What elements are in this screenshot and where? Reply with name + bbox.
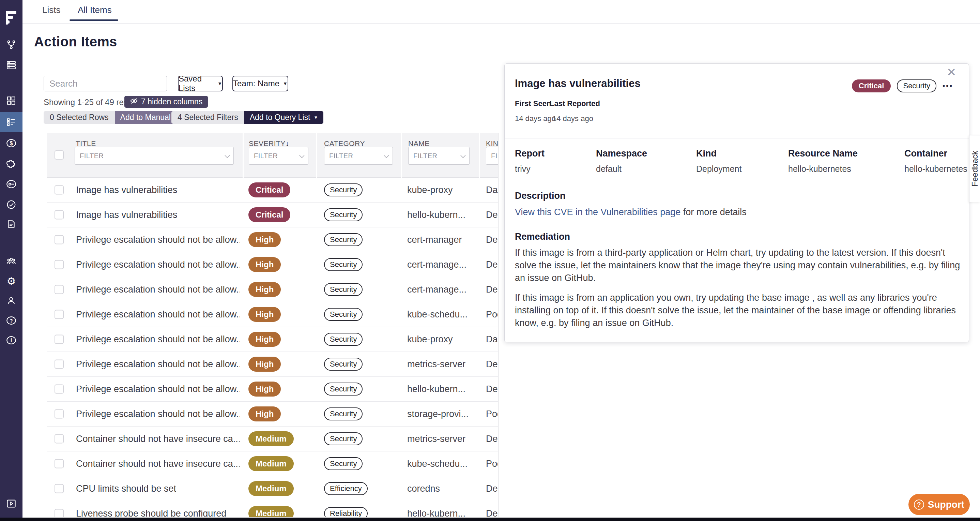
table-row[interactable]: Container should not have insecure ca...…	[47, 427, 498, 451]
help-icon: ?	[6, 315, 16, 326]
key-icon	[6, 179, 16, 189]
severity-badge: High	[248, 232, 281, 247]
team-dropdown[interactable]: Team: Name ▼	[232, 76, 288, 91]
sidebar-item-teams[interactable]	[0, 251, 22, 271]
last-reported-value: 14 days ago	[552, 114, 593, 123]
severity-badge: Medium	[248, 431, 294, 446]
sidebar-item-settings[interactable]: ⚙	[0, 271, 22, 291]
sidebar-item-action-items[interactable]	[0, 112, 22, 132]
table-row[interactable]: Privilege escalation should not be allow…	[47, 377, 498, 402]
row-name: cert-manage...	[407, 260, 466, 270]
table-row[interactable]: Privilege escalation should not be allow…	[47, 302, 498, 327]
table-row[interactable]: Privilege escalation should not be allow…	[47, 228, 498, 252]
chevron-down-icon	[384, 153, 389, 158]
table-row[interactable]: Privilege escalation should not be allow…	[47, 252, 498, 277]
table-row[interactable]: Privilege escalation should not be allow…	[47, 402, 498, 427]
remediation-paragraph-2: If this image is from an application you…	[515, 292, 964, 329]
row-kind: Deployment	[486, 483, 498, 494]
sidebar-item-about[interactable]: i	[0, 330, 22, 350]
severity-filter-select[interactable]: FILTER	[249, 147, 309, 165]
sidebar-item-dashboard[interactable]	[0, 91, 22, 110]
row-checkbox[interactable]	[54, 210, 64, 220]
sidebar-item-costs[interactable]: $	[0, 133, 22, 153]
selected-filters-group: 4 Selected Filters Add to Query List ▼	[172, 111, 323, 124]
row-checkbox[interactable]	[54, 459, 64, 468]
name-filter-select[interactable]: FILTER	[408, 147, 469, 165]
column-header-category[interactable]: CATEGORY	[324, 139, 365, 148]
cve-link[interactable]: View this CVE in the Vulnerabilities pag…	[515, 207, 681, 217]
selected-filters-count: 4 Selected Filters	[172, 111, 244, 124]
caret-down-icon: ▼	[217, 81, 222, 86]
sidebar-item-profile[interactable]	[0, 291, 22, 311]
overflow-menu-icon[interactable]: •••	[942, 82, 953, 90]
row-title: Privilege escalation should not be allow…	[76, 384, 240, 395]
info-icon: i	[6, 335, 16, 346]
sidebar-item-help[interactable]: ?	[0, 311, 22, 330]
row-checkbox[interactable]	[54, 409, 64, 419]
table-row[interactable]: Container should not have insecure ca...…	[47, 451, 498, 476]
severity-badge: Critical	[248, 182, 290, 198]
support-button[interactable]: ? Support	[908, 494, 970, 515]
tab-all-items[interactable]: All Items	[78, 5, 112, 15]
namespace-value: default	[596, 164, 622, 174]
column-header-title[interactable]: TITLE	[76, 139, 96, 148]
category-pill: Security	[324, 358, 363, 371]
row-kind: Deployment	[486, 434, 498, 444]
fairwinds-logo[interactable]	[0, 8, 22, 29]
content-left-border	[34, 57, 34, 517]
table-row[interactable]: Privilege escalation should not be allow…	[47, 352, 498, 377]
page-title: Action Items	[34, 34, 117, 49]
sidebar-item-infrastructure[interactable]	[0, 55, 22, 75]
git-branch-icon	[6, 40, 16, 49]
caret-down-icon: ▼	[313, 115, 318, 120]
table-row[interactable]: Liveness probe should be configured Medi…	[47, 501, 498, 517]
sidebar-item-tour[interactable]	[0, 494, 22, 513]
category-pill: Security	[324, 233, 363, 246]
title-filter-select[interactable]: FILTER	[75, 147, 234, 165]
row-checkbox[interactable]	[54, 509, 64, 518]
row-checkbox[interactable]	[54, 360, 64, 369]
column-header-severity[interactable]: SEVERITY↓	[249, 139, 289, 148]
container-value: hello-kubernetes	[904, 164, 967, 174]
sidebar-item-compliance[interactable]	[0, 195, 22, 215]
saved-lists-dropdown[interactable]: Saved Lists ▼	[178, 76, 223, 91]
row-checkbox[interactable]	[54, 310, 64, 319]
column-header-kind[interactable]: KIND	[486, 139, 498, 148]
row-checkbox[interactable]	[54, 260, 64, 269]
tab-lists[interactable]: Lists	[42, 5, 60, 15]
question-circle-icon: ?	[914, 500, 924, 510]
add-to-query-list-button[interactable]: Add to Query List ▼	[244, 111, 324, 124]
row-title: Liveness probe should be configured	[76, 508, 226, 518]
search-input[interactable]	[44, 76, 167, 91]
severity-header-label: SEVERITY	[249, 139, 286, 147]
table-row[interactable]: Image has vulnerabilities Critical Secur…	[47, 202, 498, 228]
sidebar-item-policy[interactable]	[0, 214, 22, 234]
row-title: Image has vulnerabilities	[76, 210, 177, 220]
category-filter-select[interactable]: FILTER	[324, 147, 393, 165]
sidebar-item-admission[interactable]	[0, 174, 22, 194]
column-header-name[interactable]: NAME	[408, 139, 430, 148]
table-row[interactable]: Image has vulnerabilities Critical Secur…	[47, 178, 498, 202]
close-icon[interactable]: ×	[947, 64, 956, 80]
report-value: trivy	[515, 164, 531, 174]
fairwinds-logo-icon	[6, 11, 17, 25]
select-all-checkbox[interactable]	[54, 150, 64, 159]
row-checkbox[interactable]	[54, 335, 64, 344]
sidebar-item-add-ons[interactable]	[0, 153, 22, 173]
table-row[interactable]: Privilege escalation should not be allow…	[47, 277, 498, 302]
feedback-tab[interactable]: Feedback	[969, 135, 980, 202]
hidden-columns-toggle[interactable]: 7 hidden columns	[124, 96, 208, 108]
table-row[interactable]: CPU limits should be set Medium Efficien…	[47, 476, 498, 501]
row-checkbox[interactable]	[54, 285, 64, 294]
row-checkbox[interactable]	[54, 434, 64, 444]
sort-desc-icon: ↓	[286, 140, 289, 147]
row-checkbox[interactable]	[54, 385, 64, 394]
table-row[interactable]: Privilege escalation should not be allow…	[47, 327, 498, 352]
kind-filter-select[interactable]: FILTER	[486, 147, 498, 165]
category-pill: Security	[324, 258, 363, 271]
row-checkbox[interactable]	[54, 484, 64, 493]
svg-text:$: $	[10, 140, 13, 146]
sidebar-item-clusters[interactable]	[0, 35, 22, 54]
row-checkbox[interactable]	[54, 235, 64, 244]
row-checkbox[interactable]	[54, 185, 64, 195]
